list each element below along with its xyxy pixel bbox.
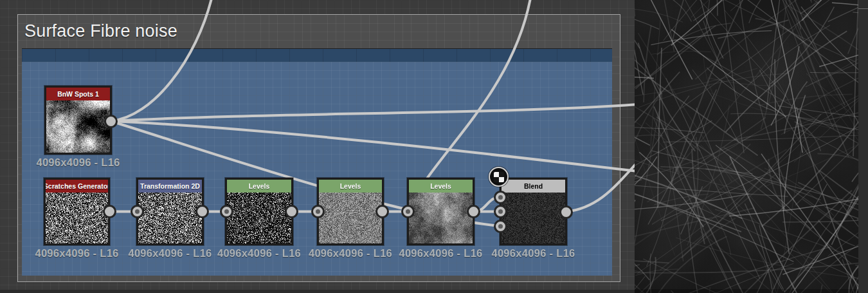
node-header-blend: Blend: [502, 180, 565, 193]
grayscale-checker-icon[interactable]: [489, 167, 509, 187]
node-graph-canvas[interactable]: Surface Fibre noise BnW Spots 14096x4096…: [0, 0, 868, 293]
input-connector-blend-3[interactable]: [494, 220, 507, 233]
input-connector-blend-1[interactable]: [494, 191, 507, 204]
node-thumbnail-transformation-2d: [138, 193, 202, 243]
node-bnw-spots-1[interactable]: BnW Spots 1: [44, 86, 112, 155]
node-thumbnail-levels-2: [319, 193, 382, 243]
input-connector-levels-3-1[interactable]: [401, 205, 415, 218]
output-connector-levels-3[interactable]: [467, 205, 480, 218]
input-dot: [135, 209, 140, 214]
input-dot: [498, 224, 503, 229]
right-panel-edge: [858, 0, 868, 293]
input-connector-blend-2[interactable]: [494, 205, 507, 218]
node-header-transformation-2d: Transformation 2D: [138, 180, 202, 193]
node-size-label-bnw-spots-1: 4096x4096 - L16: [24, 156, 133, 169]
node-header-bnw-spots-1: BnW Spots 1: [46, 88, 110, 100]
node-levels-1[interactable]: Levels: [225, 178, 293, 245]
node-transformation-2d[interactable]: Transformation 2D: [136, 178, 204, 245]
node-thumbnail-levels-1: [227, 193, 291, 243]
fibre-noise-preview-image[interactable]: [635, 0, 858, 293]
output-connector-blend[interactable]: [559, 205, 573, 219]
node-thumbnail-scratches-generator: [46, 193, 108, 243]
output-connector-levels-2[interactable]: [375, 205, 389, 218]
input-dot: [316, 209, 320, 214]
node-header-levels-2: Levels: [319, 180, 382, 193]
node-header-levels-1: Levels: [227, 180, 291, 193]
node-thumbnail-blend: [502, 193, 565, 243]
node-thumbnail-levels-3: [409, 193, 473, 243]
bottom-window-edge: [0, 290, 635, 293]
input-connector-levels-2-1[interactable]: [311, 205, 325, 218]
input-connector-transformation-2d-1[interactable]: [131, 205, 144, 218]
node-header-levels-3: Levels: [409, 180, 473, 193]
node-scratches-generator[interactable]: Scratches Generator: [44, 178, 110, 245]
input-connector-levels-1-1[interactable]: [220, 205, 233, 218]
wire-bnwspots-to-offscreen-top[interactable]: [111, 0, 212, 121]
node-size-label-blend: 4096x4096 - L16: [479, 247, 588, 260]
node-levels-3[interactable]: Levels: [407, 178, 475, 245]
node-blend[interactable]: Blend: [500, 178, 567, 245]
input-dot: [498, 195, 503, 200]
node-thumbnail-bnw-spots-1: [46, 100, 110, 153]
input-dot: [406, 209, 410, 214]
output-connector-transformation-2d[interactable]: [195, 205, 209, 218]
output-connector-bnw-spots-1[interactable]: [104, 115, 118, 128]
input-dot: [224, 209, 229, 214]
checker-glyph: [494, 172, 504, 182]
input-dot: [498, 209, 503, 214]
output-connector-levels-1[interactable]: [285, 205, 298, 218]
node-header-scratches-generator: Scratches Generator: [46, 180, 108, 193]
wire-bnwspots-to-offscreen-right-upper[interactable]: [111, 104, 638, 121]
output-connector-scratches-generator[interactable]: [103, 205, 116, 218]
node-levels-2[interactable]: Levels: [317, 178, 384, 245]
right-panel-separator: [858, 8, 868, 9]
